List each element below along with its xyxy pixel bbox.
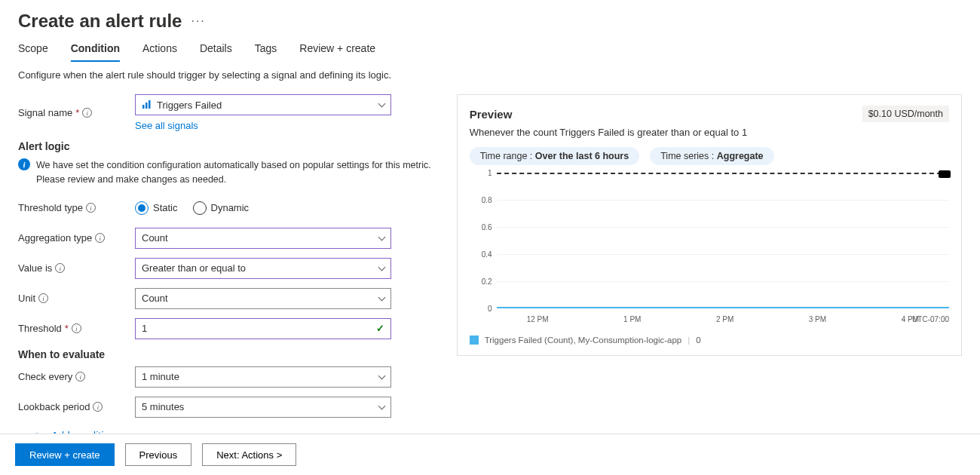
data-series-line	[497, 307, 949, 308]
unit-select[interactable]: Count	[135, 288, 391, 309]
preview-panel: Preview $0.10 USD/month Whenever the cou…	[457, 94, 962, 356]
chevron-down-icon	[378, 293, 386, 301]
tab-description: Configure when the alert rule should tri…	[18, 69, 962, 81]
aggregation-type-label: Aggregation type	[18, 232, 92, 244]
preview-chart: 00.20.40.60.81 12 PM1 PM2 PM3 PM4 PM UTC…	[470, 173, 949, 331]
legend-text: Triggers Failed (Count), My-Consumption-…	[485, 336, 682, 345]
see-all-signals-link[interactable]: See all signals	[135, 120, 391, 131]
info-icon[interactable]: i	[86, 203, 96, 213]
y-tick: 0.2	[482, 277, 492, 286]
svg-rect-1	[145, 103, 148, 109]
unit-label: Unit	[18, 293, 35, 304]
time-series-pill[interactable]: Time series : Aggregate	[650, 147, 773, 165]
info-icon[interactable]: i	[82, 108, 92, 118]
preview-title: Preview	[470, 108, 513, 121]
y-tick: 0	[488, 305, 492, 313]
svg-rect-0	[142, 105, 145, 109]
lookback-period-select[interactable]: 5 minutes	[135, 397, 391, 418]
chevron-down-icon	[378, 233, 386, 241]
info-banner-text: We have set the condition configuration …	[36, 158, 434, 187]
threshold-type-dynamic-radio[interactable]: Dynamic	[193, 201, 250, 215]
svg-rect-2	[149, 100, 151, 109]
time-range-pill[interactable]: Time range : Over the last 6 hours	[470, 147, 640, 165]
aggregation-type-select[interactable]: Count	[135, 228, 391, 249]
threshold-type-label: Threshold type	[18, 202, 83, 213]
check-every-label: Check every	[18, 371, 72, 382]
info-icon[interactable]: i	[93, 402, 103, 412]
threshold-marker-icon	[939, 170, 951, 178]
chevron-down-icon	[378, 372, 386, 379]
tab-scope[interactable]: Scope	[18, 42, 48, 62]
previous-button[interactable]: Previous	[125, 443, 192, 445]
next-actions-button[interactable]: Next: Actions >	[202, 443, 296, 445]
info-icon[interactable]: i	[38, 293, 48, 303]
y-tick: 0.8	[482, 196, 492, 204]
validation-ok-icon: ✓	[376, 323, 384, 334]
x-tick: 1 PM	[623, 315, 641, 323]
chevron-down-icon	[378, 263, 386, 271]
signal-name-select[interactable]: Triggers Failed	[135, 94, 391, 115]
info-icon[interactable]: i	[95, 233, 105, 243]
legend-value: 0	[696, 336, 700, 345]
chevron-down-icon	[378, 100, 386, 108]
lookback-period-label: Lookback period	[18, 401, 90, 412]
tab-condition[interactable]: Condition	[71, 42, 120, 62]
x-tick: 3 PM	[809, 315, 826, 323]
tab-actions[interactable]: Actions	[142, 42, 177, 62]
threshold-label: Threshold	[18, 323, 62, 334]
threshold-input[interactable]: 1 ✓	[135, 318, 391, 339]
signal-name-value: Triggers Failed	[157, 100, 222, 111]
gridline	[497, 254, 949, 255]
info-icon[interactable]: i	[72, 323, 81, 333]
tab-bar: Scope Condition Actions Details Tags Rev…	[18, 42, 962, 62]
tab-review[interactable]: Review + create	[299, 42, 375, 62]
preview-cost: $0.10 USD/month	[862, 106, 949, 122]
check-every-select[interactable]: 1 minute	[135, 366, 391, 388]
chevron-down-icon	[378, 402, 386, 409]
chart-timezone: UTC-07:00	[912, 315, 949, 323]
threshold-type-static-radio[interactable]: Static	[135, 201, 178, 215]
chart-legend: Triggers Failed (Count), My-Consumption-…	[470, 336, 949, 345]
preview-rule-statement: Whenever the count Triggers Failed is gr…	[470, 127, 949, 138]
review-create-button[interactable]: Review + create	[15, 443, 115, 445]
operator-select[interactable]: Greater than or equal to	[135, 258, 391, 279]
gridline	[497, 200, 949, 201]
y-tick: 0.6	[482, 223, 492, 231]
info-icon[interactable]: i	[55, 263, 65, 273]
legend-swatch	[470, 336, 479, 345]
threshold-line	[497, 173, 949, 174]
info-icon: i	[18, 158, 30, 170]
x-tick: 2 PM	[716, 315, 733, 323]
more-menu-icon[interactable]: ···	[191, 14, 205, 28]
page-title: Create an alert rule	[18, 11, 182, 32]
alert-logic-heading: Alert logic	[18, 140, 434, 152]
when-to-evaluate-heading: When to evaluate	[18, 348, 434, 360]
tab-tags[interactable]: Tags	[255, 42, 277, 62]
y-tick: 1	[488, 169, 492, 177]
gridline	[497, 281, 949, 282]
gridline	[497, 227, 949, 228]
info-icon[interactable]: i	[75, 372, 85, 382]
y-tick: 0.4	[482, 250, 492, 259]
signal-name-label: Signal name * i	[18, 107, 135, 118]
metric-icon	[142, 99, 152, 112]
footer-bar: Review + create Previous Next: Actions >	[0, 434, 980, 445]
x-tick: 12 PM	[527, 315, 549, 323]
value-is-label: Value is	[18, 262, 52, 274]
tab-details[interactable]: Details	[200, 42, 232, 62]
info-banner: i We have set the condition configuratio…	[18, 158, 434, 187]
